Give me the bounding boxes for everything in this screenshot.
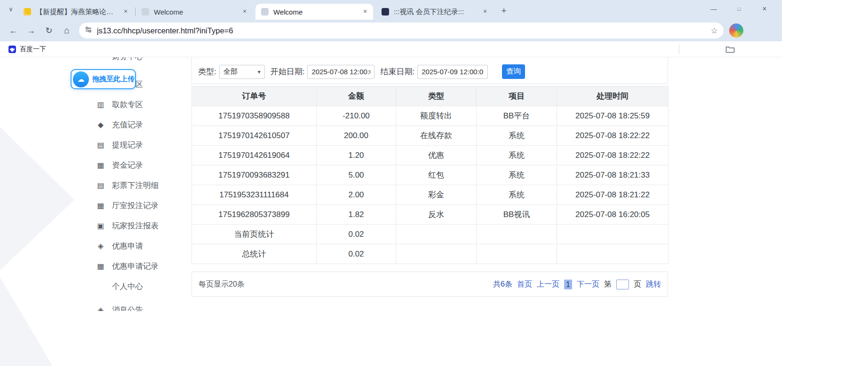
table-cell-amount: 5.00 [317,165,396,185]
tab-close-icon[interactable]: × [121,8,130,16]
table-cell-project [477,225,557,244]
table-row: 1751970142619064 1.20 优惠 系统 2025-07-08 1… [192,146,669,165]
maximize-button[interactable]: □ [726,0,752,18]
table-cell-project [477,244,557,264]
first-page-link[interactable]: 首页 [517,280,532,289]
sidebar-item-withdraw-zone[interactable]: ▥ 取款专区 [85,94,182,115]
table-cell-project: 系统 [477,126,557,146]
sidebar-item-message-announcements[interactable]: ◈ 消息公告 [85,300,182,311]
sidebar-item-label: 资金记录 [112,160,143,171]
reload-button[interactable]: ↻ [41,23,56,38]
query-button[interactable]: 查询 [502,64,525,79]
jump-suffix-label: 页 [634,280,641,289]
table-cell-order-no: 1751970358909588 [192,106,317,126]
table-cell-time: 2025-07-08 18:21:33 [557,165,669,185]
bookmarks-bar: 百度一下 [0,41,782,57]
tab-close-icon[interactable]: × [361,8,369,16]
page-favicon [261,8,269,16]
tab-welcome-active[interactable]: Welcome × [255,4,373,20]
window-controls: — □ × [701,0,777,18]
new-tab-button[interactable]: + [498,5,510,17]
sidebar-item-icon: ◈ [96,305,105,311]
column-header: 订单号 [192,86,317,106]
chevron-down-icon: ▾ [258,69,261,75]
profile-avatar[interactable] [729,23,743,38]
table-cell-order-no: 总统计 [192,244,317,264]
sidebar-item-icon: ◈ [96,241,105,250]
tab-strip: ∨ 【新提醒】海燕策略论坛综合交 × Welcome × Welcome × :… [0,0,782,20]
table-cell-amount: 1.82 [317,205,396,225]
table-cell-order-no: 当前页统计 [192,225,317,244]
address-bar[interactable]: js13.cc/hhcp/usercenter.html?iniType=6 ☆ [79,23,724,39]
prev-page-link[interactable]: 上一页 [537,280,559,289]
tab-search-icon[interactable]: ∨ [6,6,16,15]
sidebar-item-label: 厅室投注记录 [112,201,159,211]
sidebar-item-player-bet-report[interactable]: ▣ 玩家投注报表 [85,216,182,236]
tab-title: :::视讯 会员下注纪录::: [394,8,477,16]
bookmarks-folder-icon[interactable] [725,46,735,55]
jump-button[interactable]: 跳转 [646,280,661,289]
sidebar-item-icon: ▣ [96,221,105,230]
sidebar-item-hall-bet-records[interactable]: ▦ 厅室投注记录 [85,195,182,216]
type-select[interactable]: 全部 ▾ [219,65,265,79]
page-jump-input[interactable] [616,280,629,289]
tab-welcome-1[interactable]: Welcome × [136,4,253,20]
sidebar-item-icon: ▦ [96,161,105,170]
page-favicon [142,8,149,16]
navigation-bar: ← → ↻ ⌂ js13.cc/hhcp/usercenter.html?ini… [0,20,782,41]
type-label: 类型: [198,66,216,77]
sidebar-item-icon: ▥ [96,100,105,109]
sidebar-item-promo-apply-records[interactable]: ▦ 优惠申请记录 [85,256,182,276]
next-page-link[interactable]: 下一页 [577,280,599,289]
start-date-input[interactable] [307,65,374,79]
tab-forum[interactable]: 【新提醒】海燕策略论坛综合交 × [18,4,134,20]
drag-upload-badge[interactable]: ☁ 拖拽至此上传 [71,69,136,89]
baidu-favicon [8,46,16,53]
type-select-value: 全部 [223,67,238,76]
table-row: 1751970142610507 200.00 在线存款 系统 2025-07-… [192,126,669,146]
drag-upload-label: 拖拽至此上传 [92,75,135,84]
table-cell-order-no: 1751970093683291 [192,165,317,185]
sidebar-item-promo-apply[interactable]: ◈ 优惠申请 [85,236,182,256]
sidebar-header-personal-center[interactable]: 个人中心 [85,276,182,296]
back-button[interactable]: ← [6,23,21,38]
sidebar-item-lottery-bet-details[interactable]: ▤ 彩票下注明细 [85,175,182,195]
table-cell-order-no: 1751962805373899 [192,205,317,225]
sidebar-item-recharge-records[interactable]: ◆ 充值记录 [85,115,182,135]
sidebar-item-funds-records[interactable]: ▦ 资金记录 › [85,155,182,175]
page-content: 财务中心 ▤ 存款专区 ▥ 取款专区 ◆ 充值记录 [0,57,868,366]
close-window-button[interactable]: × [752,0,777,18]
table-cell-amount: 200.00 [317,126,396,146]
table-cell-project: 系统 [477,165,557,185]
url-text: js13.cc/hhcp/usercenter.html?iniType=6 [97,26,711,35]
bookmark-star-icon[interactable]: ☆ [711,26,718,36]
sidebar-item-label: 消息公告 [112,305,143,311]
table-cell-type: 红包 [396,165,477,185]
current-page-indicator[interactable]: 1 [564,280,572,289]
tab-title: 【新提醒】海燕策略论坛综合交 [36,8,118,16]
tab-video-records[interactable]: :::视讯 会员下注纪录::: × [376,4,493,20]
home-button[interactable]: ⌂ [59,23,74,38]
forum-favicon [24,8,31,16]
table-cell-amount: 2.00 [317,185,396,205]
table-cell-project: BB平台 [477,106,557,126]
sidebar-item-label: 玩家投注报表 [112,221,159,231]
bookmark-label: 百度一下 [20,45,46,54]
table-cell-time [557,225,669,244]
total-count-text: 共6条 [493,280,512,289]
bookmark-baidu[interactable]: 百度一下 [5,44,50,55]
site-info-icon[interactable] [85,26,92,35]
table-cell-amount: 1.20 [317,146,396,165]
sidebar-item-label: 财务中心 [112,57,143,62]
end-date-label: 结束日期: [380,66,414,77]
tab-close-icon[interactable]: × [481,8,489,16]
tab-separator [135,8,135,16]
sidebar-item-withdraw-records[interactable]: ▤ 提现记录 [85,135,182,155]
funds-records-table: 订单号金额类型项目处理时间 1751970358909588 -210.00 额… [191,86,669,264]
minimize-button[interactable]: — [701,0,726,18]
column-header: 金额 [317,86,396,106]
sidebar-header-finance-center[interactable]: 财务中心 [85,57,182,64]
end-date-input[interactable] [417,65,488,79]
forward-button[interactable]: → [24,23,39,38]
tab-close-icon[interactable]: × [240,8,249,16]
